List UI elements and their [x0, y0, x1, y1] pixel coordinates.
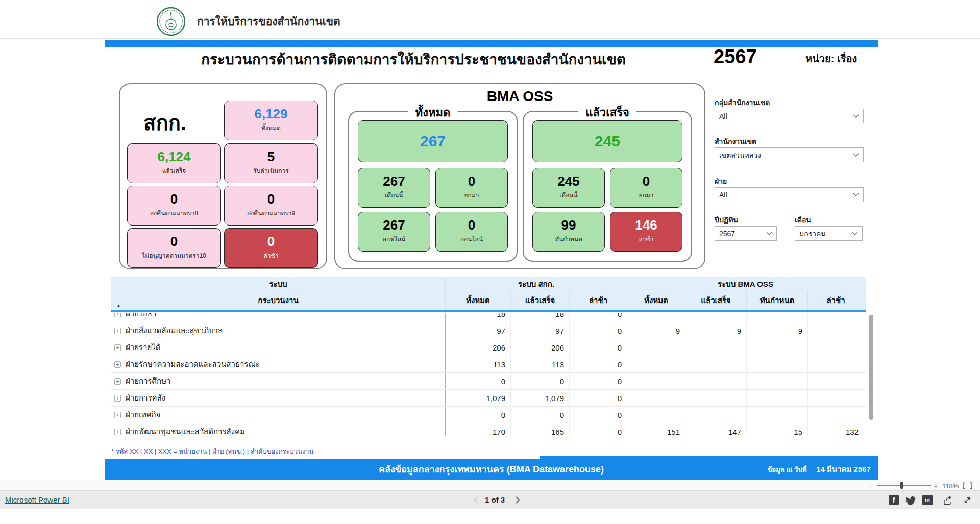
- expand-row-icon[interactable]: +: [114, 378, 121, 385]
- box-label: ออฟไลน์: [358, 234, 430, 244]
- sakok-card: สกก. 6,129 ทั้งหมด 6,124 แล้วเสร็จ 5 รับ…: [119, 83, 327, 269]
- row-value: [807, 322, 864, 339]
- expand-row-icon[interactable]: +: [114, 344, 121, 351]
- row-value: 0: [569, 339, 627, 356]
- table-row: +ฝ่ายเทศกิจ000: [111, 407, 866, 423]
- row-value: 0: [569, 356, 627, 372]
- row-value: 0: [569, 407, 627, 423]
- row-label-cell: +ฝ่ายโยธา: [111, 313, 445, 322]
- filter-division-dropdown[interactable]: All: [715, 187, 864, 202]
- expand-row-icon[interactable]: +: [114, 412, 121, 418]
- box-label: ล่าช้า: [610, 234, 682, 244]
- app-header: การให้บริการของสำนักงานเขต: [0, 0, 980, 39]
- previous-page-icon[interactable]: [474, 496, 478, 504]
- col-header-oss-late[interactable]: ล่าช้า: [807, 291, 864, 310]
- row-value: [746, 313, 807, 322]
- row-value: 0: [569, 373, 627, 389]
- zoom-slider-track[interactable]: [877, 485, 931, 486]
- bigbox-value: 267: [420, 133, 446, 149]
- row-value: 113: [510, 356, 569, 372]
- row-value: [807, 407, 864, 423]
- row-value: [807, 339, 864, 356]
- oss-group-legend: แล้วเสร็จ: [578, 104, 636, 121]
- group-header-system: ระบบ: [111, 277, 445, 291]
- box-label: ออนไลน์: [436, 234, 507, 244]
- next-page-icon[interactable]: [516, 496, 520, 504]
- row-value: 0: [569, 423, 627, 436]
- row-label-cell: +ฝ่ายการคลัง: [111, 390, 445, 406]
- row-label: ฝ่ายเทศกิจ: [126, 409, 160, 421]
- row-value: [627, 339, 685, 356]
- filter-month-dropdown[interactable]: มกราคม: [795, 226, 863, 241]
- sort-ascending-icon[interactable]: ▲: [116, 303, 121, 308]
- oss-box-ontime: 99 ทันกำหนด: [532, 212, 605, 252]
- row-label: ฝ่ายการคลัง: [126, 392, 165, 404]
- group-header-sakok: ระบบ สกก.: [445, 277, 627, 291]
- fullscreen-icon[interactable]: [962, 494, 973, 506]
- expand-row-icon[interactable]: +: [114, 313, 121, 317]
- row-value: 113: [445, 356, 510, 372]
- oss-total-bigbox: 267: [358, 120, 508, 162]
- col-header-late[interactable]: ล่าช้า: [569, 291, 627, 310]
- row-value: [685, 339, 746, 356]
- fit-to-page-icon[interactable]: [963, 482, 972, 489]
- oss-box-carried: 0 ยกมา: [610, 168, 682, 208]
- zoom-in-button[interactable]: +: [934, 481, 938, 490]
- row-value: 0: [445, 373, 510, 389]
- expand-row-icon[interactable]: +: [114, 361, 121, 368]
- col-header-process[interactable]: กระบวนงาน: [111, 291, 445, 310]
- zoom-slider-handle[interactable]: [900, 482, 903, 489]
- row-label-cell: +ฝ่ายรักษาความสะอาดและสวนสาธารณะ: [111, 356, 445, 372]
- twitter-icon[interactable]: [904, 494, 916, 506]
- row-label: ฝ่ายรักษาความสะอาดและสวนสาธารณะ: [126, 358, 260, 370]
- table-row: +ฝ่ายการคลัง1,0791,0790: [111, 390, 866, 407]
- filter-district-value: เขตสวนหลวง: [719, 149, 761, 161]
- share-icon[interactable]: [942, 494, 953, 506]
- row-value: [807, 313, 864, 322]
- oss-box-this-month: 245 เดือนนี้: [532, 168, 605, 208]
- box-label: ส่งคืนตามมาตรา9: [225, 208, 317, 218]
- box-label: ไม่อนุญาตตามมาตรา10: [128, 251, 220, 260]
- chevron-down-icon: [852, 232, 858, 235]
- col-header-completed[interactable]: แล้วเสร็จ: [510, 291, 569, 310]
- col-header-oss-completed[interactable]: แล้วเสร็จ: [685, 291, 746, 310]
- sakok-return8-box: 0 ส่งคืนตามมาตรา8: [127, 186, 221, 226]
- col-header-oss-total[interactable]: ทั้งหมด: [627, 291, 685, 310]
- row-value: 9: [627, 322, 685, 339]
- row-value: [807, 390, 864, 406]
- accent-strip: [105, 40, 878, 47]
- row-value: 97: [510, 322, 569, 339]
- row-value: 0: [569, 322, 627, 339]
- row-value: 151: [627, 423, 685, 436]
- sakok-inprogress-box: 5 รับดำเนินการ: [224, 143, 318, 183]
- oss-completed-bigbox: 245: [532, 120, 682, 162]
- filter-district-dropdown[interactable]: เขตสวนหลวง: [715, 147, 864, 162]
- expand-row-icon[interactable]: +: [114, 328, 121, 334]
- box-value: 5: [225, 149, 317, 164]
- footer-title: คลังข้อมูลกลางกรุงเทพมหานคร (BMA Datawar…: [105, 459, 878, 480]
- table-row: +ฝ่ายการศึกษา000: [111, 373, 866, 390]
- filter-group-dropdown[interactable]: All: [715, 109, 864, 123]
- linkedin-icon[interactable]: in: [922, 494, 933, 506]
- col-header-oss-ontime[interactable]: ทันกำหนด: [746, 291, 807, 310]
- bma-oss-card: BMA OSS ทั้งหมด 267 267 เดือนนี้ 0 ยกมา …: [334, 83, 705, 269]
- sakok-total-value: 6,129: [225, 107, 317, 121]
- col-header-total[interactable]: ทั้งหมด: [445, 291, 510, 310]
- footnote: * รหัส XX | XX | XXX = หน่วยงาน | ฝ่าย (…: [111, 446, 314, 457]
- expand-row-icon[interactable]: +: [114, 395, 121, 402]
- row-label: ฝ่ายสิ่งแวดล้อมและสุขาภิบาล: [126, 325, 223, 337]
- microsoft-powerbi-link[interactable]: Microsoft Power BI: [5, 495, 69, 504]
- facebook-icon[interactable]: f: [888, 494, 899, 506]
- oss-group-legend: ทั้งหมด: [408, 104, 458, 121]
- expand-row-icon[interactable]: +: [114, 429, 121, 435]
- table-scrollbar[interactable]: [869, 315, 873, 420]
- zoom-out-button[interactable]: -: [870, 481, 873, 490]
- box-value: 0: [128, 234, 220, 249]
- row-value: [685, 373, 746, 389]
- row-value: 206: [510, 339, 569, 356]
- row-value: [685, 313, 746, 322]
- table-body: +ฝ่ายโยธา18180+ฝ่ายสิ่งแวดล้อมและสุขาภิบ…: [111, 313, 866, 436]
- row-value: 0: [510, 407, 569, 423]
- row-value: [685, 390, 746, 406]
- filter-year-dropdown[interactable]: 2567: [715, 226, 777, 241]
